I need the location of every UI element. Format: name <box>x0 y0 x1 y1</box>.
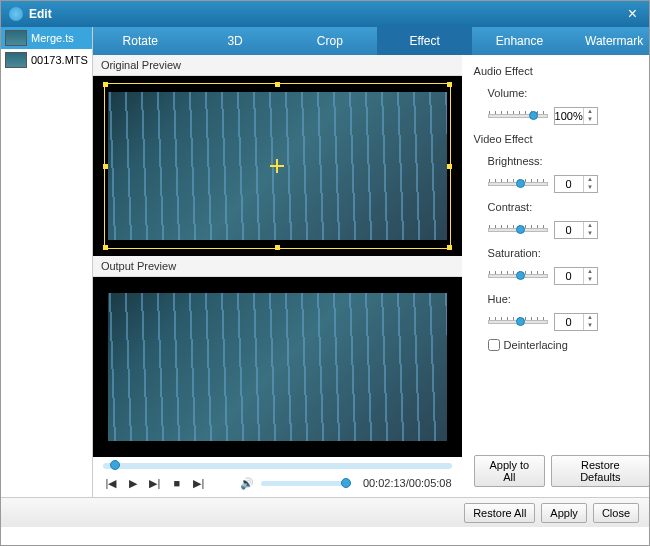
volume-effect-slider[interactable] <box>488 114 548 118</box>
spin-up-icon[interactable]: ▲ <box>584 314 597 322</box>
file-sidebar: Merge.ts 00173.MTS <box>1 27 93 497</box>
hue-slider[interactable] <box>488 320 548 324</box>
spin-down-icon[interactable]: ▼ <box>584 276 597 284</box>
original-preview <box>93 76 462 256</box>
deinterlace-checkbox[interactable] <box>488 339 500 351</box>
volume-icon[interactable]: 🔊 <box>239 475 255 491</box>
tab-effect[interactable]: Effect <box>377 27 472 55</box>
tab-3d[interactable]: 3D <box>188 27 283 55</box>
app-logo-icon <box>9 7 23 21</box>
brightness-label: Brightness: <box>488 155 548 167</box>
video-effect-title: Video Effect <box>474 133 650 145</box>
contrast-spinner[interactable]: ▲▼ <box>554 221 598 239</box>
spin-down-icon[interactable]: ▼ <box>584 230 597 238</box>
spin-down-icon[interactable]: ▼ <box>584 116 597 124</box>
restore-defaults-button[interactable]: Restore Defaults <box>551 455 650 487</box>
file-name: 00173.MTS <box>31 54 88 66</box>
volume-input[interactable] <box>555 110 583 122</box>
play-button[interactable]: ▶ <box>125 475 141 491</box>
file-item-merge[interactable]: Merge.ts <box>1 27 92 49</box>
spin-up-icon[interactable]: ▲ <box>584 268 597 276</box>
hue-label: Hue: <box>488 293 548 305</box>
file-thumbnail-icon <box>5 52 27 68</box>
file-name: Merge.ts <box>31 32 74 44</box>
contrast-label: Contrast: <box>488 201 548 213</box>
tab-enhance[interactable]: Enhance <box>472 27 567 55</box>
restore-all-button[interactable]: Restore All <box>464 503 535 523</box>
output-preview-label: Output Preview <box>93 256 462 277</box>
playback-controls: |◀ ▶ ▶| ■ ▶| 🔊 00:02:13/00:05:08 <box>93 471 462 497</box>
volume-spinner[interactable]: ▲▼ <box>554 107 598 125</box>
spin-up-icon[interactable]: ▲ <box>584 222 597 230</box>
saturation-label: Saturation: <box>488 247 548 259</box>
window-title: Edit <box>29 7 624 21</box>
spin-up-icon[interactable]: ▲ <box>584 176 597 184</box>
prev-button[interactable]: |◀ <box>103 475 119 491</box>
brightness-slider[interactable] <box>488 182 548 186</box>
timeline[interactable] <box>93 457 462 471</box>
output-video-frame <box>108 293 447 441</box>
next-frame-button[interactable]: ▶| <box>147 475 163 491</box>
close-icon[interactable]: × <box>624 5 641 23</box>
timeline-thumb[interactable] <box>110 460 120 470</box>
tab-rotate[interactable]: Rotate <box>93 27 188 55</box>
saturation-slider[interactable] <box>488 274 548 278</box>
playback-time: 00:02:13/00:05:08 <box>363 477 452 489</box>
apply-button[interactable]: Apply <box>541 503 587 523</box>
hue-spinner[interactable]: ▲▼ <box>554 313 598 331</box>
close-button[interactable]: Close <box>593 503 639 523</box>
effects-panel: Audio Effect Volume: ▲▼ Video Effect Bri… <box>462 55 650 497</box>
tab-crop[interactable]: Crop <box>282 27 377 55</box>
brightness-input[interactable] <box>555 178 583 190</box>
deinterlace-label: Deinterlacing <box>504 339 568 351</box>
file-item-00173[interactable]: 00173.MTS <box>1 49 92 71</box>
original-preview-label: Original Preview <box>93 55 462 76</box>
volume-slider[interactable] <box>261 481 351 486</box>
saturation-spinner[interactable]: ▲▼ <box>554 267 598 285</box>
file-thumbnail-icon <box>5 30 27 46</box>
titlebar: Edit × <box>1 1 649 27</box>
spin-up-icon[interactable]: ▲ <box>584 108 597 116</box>
deinterlace-checkbox-row[interactable]: Deinterlacing <box>488 339 650 351</box>
footer: Restore All Apply Close <box>1 497 649 527</box>
contrast-slider[interactable] <box>488 228 548 232</box>
brightness-spinner[interactable]: ▲▼ <box>554 175 598 193</box>
spin-down-icon[interactable]: ▼ <box>584 184 597 192</box>
output-preview <box>93 277 462 457</box>
volume-label: Volume: <box>488 87 548 99</box>
original-video-frame <box>108 92 447 240</box>
hue-input[interactable] <box>555 316 583 328</box>
tab-watermark[interactable]: Watermark <box>567 27 650 55</box>
edit-tabs: Rotate 3D Crop Effect Enhance Watermark <box>93 27 650 55</box>
audio-effect-title: Audio Effect <box>474 65 650 77</box>
spin-down-icon[interactable]: ▼ <box>584 322 597 330</box>
apply-to-all-button[interactable]: Apply to All <box>474 455 545 487</box>
stop-button[interactable]: ■ <box>169 475 185 491</box>
next-button[interactable]: ▶| <box>191 475 207 491</box>
contrast-input[interactable] <box>555 224 583 236</box>
saturation-input[interactable] <box>555 270 583 282</box>
